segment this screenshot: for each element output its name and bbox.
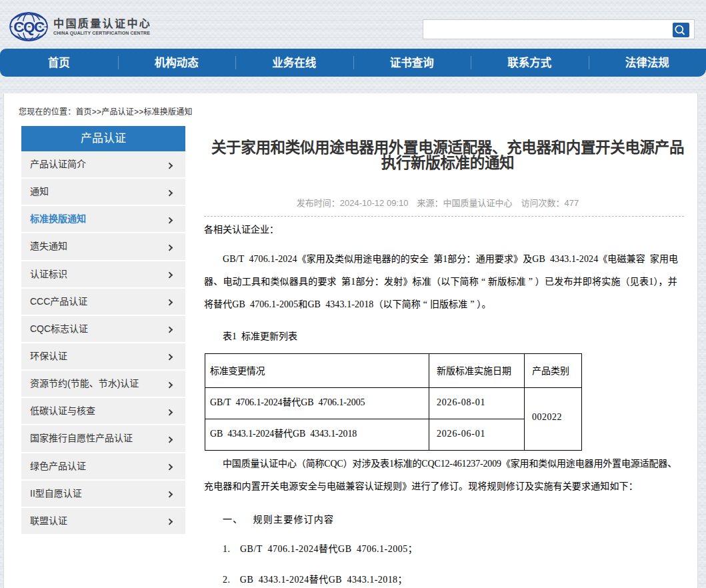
- svg-text:CQC: CQC: [13, 19, 45, 35]
